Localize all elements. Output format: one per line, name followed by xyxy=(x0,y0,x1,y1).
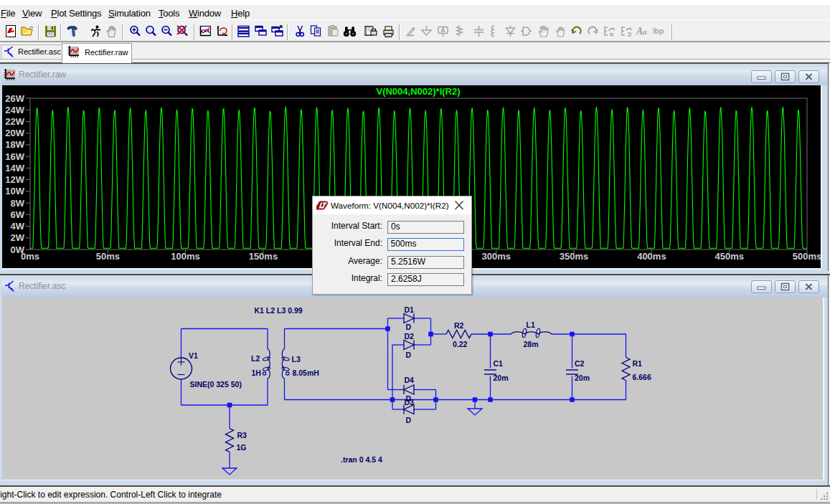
svg-text:A: A xyxy=(636,26,643,37)
svg-text:500ms: 500ms xyxy=(793,251,821,262)
svg-text:D2: D2 xyxy=(405,332,415,341)
svg-text:26W: 26W xyxy=(5,93,24,104)
svg-text:2W: 2W xyxy=(11,232,25,243)
svg-text:SINE(0 325 50): SINE(0 325 50) xyxy=(190,379,242,388)
svg-text:18W: 18W xyxy=(5,139,24,150)
svg-text:24W: 24W xyxy=(5,105,24,115)
svg-text:1H: 1H xyxy=(252,368,261,376)
svg-text:D1: D1 xyxy=(405,305,415,313)
svg-text:R1: R1 xyxy=(633,358,643,367)
svg-text:8W: 8W xyxy=(11,198,25,209)
svg-text:L1: L1 xyxy=(527,320,535,329)
svg-text:V1: V1 xyxy=(189,351,198,359)
svg-text:8.05mH: 8.05mH xyxy=(293,368,319,376)
svg-text:L2: L2 xyxy=(251,354,260,363)
svg-text:K1 L2 L3 0.99: K1 L2 L3 0.99 xyxy=(255,306,303,315)
svg-text:20m: 20m xyxy=(575,374,590,382)
svg-text:14W: 14W xyxy=(5,163,24,173)
svg-text:R2: R2 xyxy=(454,320,464,329)
svg-text:D: D xyxy=(406,323,412,331)
svg-text:.tran 0 4.5 4: .tran 0 4.5 4 xyxy=(341,455,382,464)
svg-text:V(N004,N002)*I(R2): V(N004,N002)*I(R2) xyxy=(376,86,460,97)
svg-text:6W: 6W xyxy=(11,209,25,220)
svg-text:0ms: 0ms xyxy=(21,251,39,262)
svg-text:10W: 10W xyxy=(5,186,24,196)
svg-text:12W: 12W xyxy=(5,174,24,185)
svg-text:28m: 28m xyxy=(524,340,539,348)
svg-text:20W: 20W xyxy=(5,128,24,138)
svg-text:20m: 20m xyxy=(494,373,509,381)
svg-text:D: D xyxy=(406,415,412,424)
svg-text:D: D xyxy=(406,350,412,358)
svg-text:D3: D3 xyxy=(405,398,415,406)
svg-text:0.22: 0.22 xyxy=(453,339,468,348)
svg-text:C2: C2 xyxy=(575,358,585,367)
svg-text:22W: 22W xyxy=(5,116,24,127)
svg-text:D4: D4 xyxy=(405,376,415,384)
svg-text:L3: L3 xyxy=(292,354,301,363)
svg-text:C1: C1 xyxy=(494,358,504,367)
svg-text:4W: 4W xyxy=(11,221,25,232)
svg-text:6.666: 6.666 xyxy=(633,372,651,381)
svg-text:R3: R3 xyxy=(237,430,247,439)
svg-text:a: a xyxy=(643,27,647,36)
svg-text:16W: 16W xyxy=(5,151,24,162)
svg-text:1G: 1G xyxy=(237,442,247,451)
